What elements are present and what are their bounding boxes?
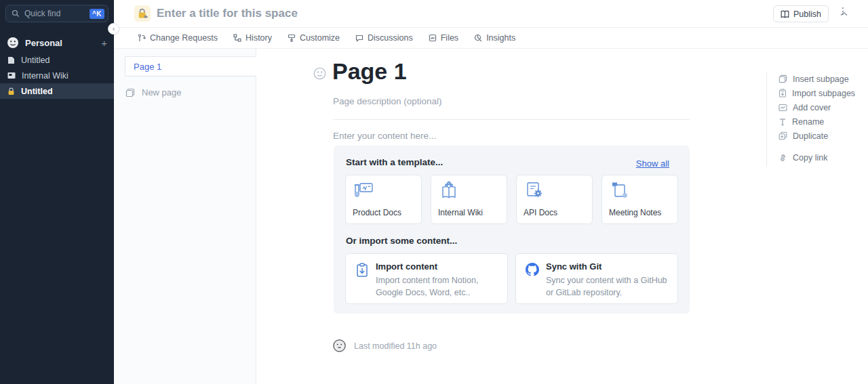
space-header: Enter a title for this space Publish ⋮ <box>114 0 868 28</box>
lock-emoji-icon <box>138 8 148 19</box>
customize-icon <box>288 34 296 42</box>
sync-with-git-card[interactable]: Sync with Git Sync your content with a G… <box>515 253 678 304</box>
last-modified-text: Last modified 11h ago <box>354 341 437 351</box>
action-insert-subpage[interactable]: Insert subpage <box>778 72 855 86</box>
sync-git-description: Sync your content with a GitHub or GitLa… <box>546 274 671 299</box>
template-cards: Product Docs Internal Wiki <box>345 175 678 224</box>
space-emoji-button[interactable] <box>134 5 151 22</box>
shortcut-badge: ^K <box>90 9 104 19</box>
template-card-label: Product Docs <box>353 208 401 217</box>
chevron-left-icon: ‹ <box>113 25 115 33</box>
new-page-button[interactable]: New page <box>125 87 182 98</box>
document-editor: Page 1 Page description (optional) Enter… <box>256 49 868 384</box>
tab-files[interactable]: Files <box>429 33 458 43</box>
content-placeholder[interactable]: Enter your content here... <box>333 131 436 141</box>
clipboard-down-icon <box>355 263 369 278</box>
last-modified-row: Last modified 11h ago <box>333 339 437 352</box>
book-icon <box>781 10 789 18</box>
space-list: Untitled Internal Wiki Untitled <box>0 52 114 99</box>
sync-git-title: Sync with Git <box>546 261 671 272</box>
search-icon <box>12 9 20 18</box>
new-page-label: New page <box>142 87 182 98</box>
page-icon <box>7 56 15 64</box>
cover-image-icon <box>778 104 787 112</box>
tab-history[interactable]: History <box>233 33 272 43</box>
action-rename[interactable]: Rename <box>778 114 855 129</box>
gitbook-space-editor: Quick find ^K Personal + Untitled <box>0 0 868 384</box>
action-copy-link[interactable]: Copy link <box>778 150 855 165</box>
quick-find-label: Quick find <box>24 9 90 18</box>
template-card-label: Internal Wiki <box>438 208 483 217</box>
template-card-product-docs[interactable]: Product Docs <box>345 175 422 224</box>
workspace-sidebar: Quick find ^K Personal + Untitled <box>0 0 114 384</box>
pull-request-icon <box>138 34 146 42</box>
page-title[interactable]: Page 1 <box>332 58 407 85</box>
sidebar-collapse-button[interactable]: ‹ <box>108 23 119 35</box>
import-content-description: Import content from Notion, Google Docs,… <box>376 274 500 299</box>
space-title-input[interactable]: Enter a title for this space <box>157 7 298 20</box>
image-page-icon <box>7 72 16 79</box>
page-tree-panel: Page 1 New page <box>114 49 256 384</box>
duplicate-icon <box>778 131 787 140</box>
file-image-icon <box>429 34 437 42</box>
flow-icon <box>233 34 241 42</box>
publish-label: Publish <box>793 9 821 19</box>
import-cards: Import content Import content from Notio… <box>345 253 678 304</box>
pages-icon <box>778 74 787 83</box>
action-import-subpages[interactable]: Import subpages <box>778 86 855 100</box>
github-icon <box>526 263 539 276</box>
import-content-card[interactable]: Import content Import content from Notio… <box>345 253 508 304</box>
page-actions-panel: Insert subpage Import subpages Add cover <box>778 72 855 165</box>
smiley-avatar-icon <box>7 37 19 49</box>
template-heading: Start with a template... <box>346 157 443 167</box>
template-card-internal-wiki[interactable]: Internal Wiki <box>431 175 507 224</box>
tab-change-requests[interactable]: Change Requests <box>138 33 218 43</box>
tab-customize[interactable]: Customize <box>288 33 340 43</box>
plus-icon[interactable]: + <box>101 38 107 48</box>
space-tab-bar: Change Requests History Customize <box>114 28 868 49</box>
doc-gear-icon <box>524 181 545 200</box>
page-tree-item-label: Page 1 <box>134 62 161 72</box>
action-duplicate[interactable]: Duplicate <box>778 129 855 143</box>
smiley-placeholder-icon[interactable] <box>313 67 326 83</box>
template-card-meeting-notes[interactable]: Meeting Notes <box>601 175 678 224</box>
import-heading: Or import some content... <box>346 236 457 246</box>
template-card-label: API Docs <box>524 208 557 217</box>
rename-t-icon <box>778 118 787 126</box>
sidebar-item-untitled-1[interactable]: Untitled <box>0 52 114 68</box>
link-icon <box>778 154 787 162</box>
show-all-link[interactable]: Show all <box>636 158 669 169</box>
pages-icon <box>125 88 135 98</box>
tab-insights[interactable]: Insights <box>474 33 515 43</box>
user-avatar-icon[interactable] <box>333 339 346 352</box>
import-content-title: Import content <box>376 261 500 272</box>
quick-find-search[interactable]: Quick find ^K <box>5 5 108 22</box>
divider <box>333 119 690 120</box>
doc-chat-icon <box>609 181 631 200</box>
speech-bubble-icon <box>355 34 363 42</box>
page-description-input[interactable]: Page description (optional) <box>333 96 442 106</box>
open-book-tree-icon <box>438 181 460 200</box>
lock-icon <box>7 87 15 95</box>
workspace-header[interactable]: Personal + <box>0 35 114 50</box>
template-card-api-docs[interactable]: API Docs <box>516 175 593 224</box>
page-tree-item-selected[interactable]: Page 1 <box>125 56 256 77</box>
clipboard-down-icon <box>778 89 787 98</box>
sidebar-item-untitled-2[interactable]: Untitled <box>0 83 114 99</box>
workspace-name: Personal <box>25 38 101 48</box>
template-card-label: Meeting Notes <box>609 208 661 217</box>
action-add-cover[interactable]: Add cover <box>778 100 855 114</box>
divider <box>766 72 767 167</box>
chevron-up-icon[interactable] <box>840 7 848 19</box>
flask-formula-icon <box>353 181 374 200</box>
sidebar-item-internal-wiki[interactable]: Internal Wiki <box>0 68 114 83</box>
insights-icon <box>474 34 482 42</box>
tab-discussions[interactable]: Discussions <box>355 33 413 43</box>
getting-started-panel: Start with a template... Show all <box>334 146 690 314</box>
publish-button[interactable]: Publish <box>773 5 829 22</box>
